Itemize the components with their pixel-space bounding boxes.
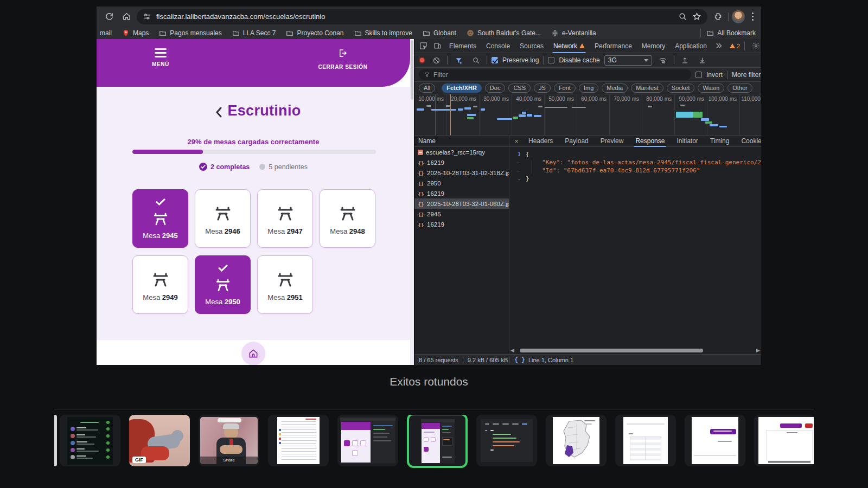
carousel-thumb-chat[interactable]	[60, 415, 120, 466]
request-row[interactable]: 2025-10-28T03-32-01-060Z.jpg	[414, 198, 509, 209]
format-braces-icon[interactable]: { }	[514, 356, 525, 363]
bookmark-item[interactable]: Pagos mensuales	[159, 29, 221, 37]
request-row[interactable]: 2945	[414, 209, 509, 219]
request-type-chip[interactable]: All	[419, 84, 435, 93]
scroll-left-icon[interactable]: ◀	[510, 347, 514, 354]
carousel-thumb-map[interactable]	[546, 415, 607, 466]
devtools-tab[interactable]: Application	[671, 39, 711, 53]
request-row[interactable]: 16219	[414, 188, 509, 198]
more-filters-button[interactable]: More filters	[732, 71, 761, 79]
export-har-icon[interactable]	[696, 54, 709, 66]
page-scrollbar[interactable]	[410, 39, 414, 365]
request-type-chip[interactable]: Fetch/XHR	[442, 84, 482, 93]
mesa-card[interactable]: Mesa 2945	[132, 189, 188, 248]
request-type-chip[interactable]: Media	[602, 84, 628, 93]
carousel-thumb-report-page[interactable]	[754, 415, 814, 466]
devtools-settings-icon[interactable]	[749, 40, 761, 52]
all-bookmarks[interactable]: All Bookmark	[706, 29, 756, 37]
request-row[interactable]: 16219	[414, 157, 509, 168]
issues-badge[interactable]: 2	[730, 43, 740, 49]
mesa-card[interactable]: Mesa 2951	[257, 255, 313, 314]
request-type-chip[interactable]: Font	[554, 84, 576, 93]
bookmark-item[interactable]: Skills to improve	[354, 29, 412, 37]
home-button[interactable]	[241, 342, 265, 365]
request-list-header[interactable]: Name	[414, 136, 509, 147]
scroll-right-icon[interactable]: ▶	[756, 347, 760, 354]
request-row[interactable]: 2025-10-28T03-31-02-318Z.jpg	[414, 168, 509, 178]
import-har-icon[interactable]	[679, 54, 692, 66]
network-conditions-icon[interactable]	[656, 54, 669, 66]
profile-avatar[interactable]	[732, 10, 745, 23]
request-row[interactable]: escuelas?_rsc=15rqy	[414, 147, 509, 157]
carousel-thumb-screenshot-1[interactable]	[337, 415, 398, 466]
request-type-chip[interactable]: JS	[534, 84, 551, 93]
fold-marker[interactable]: -	[509, 158, 526, 166]
fold-marker[interactable]: -	[509, 175, 526, 183]
invert-checkbox[interactable]	[695, 72, 702, 78]
devtools-tab[interactable]: Memory	[637, 39, 669, 53]
bookmark-item[interactable]: Maps	[122, 29, 149, 37]
carousel-thumb-banner-page[interactable]	[685, 415, 745, 466]
request-row[interactable]: 2950	[414, 178, 509, 188]
devtools-tab[interactable]: Performance	[590, 39, 636, 53]
request-type-chip[interactable]: Doc	[485, 84, 506, 93]
request-type-chip[interactable]: Other	[727, 84, 752, 93]
mesa-card[interactable]: Mesa 2950	[195, 255, 251, 314]
address-bar[interactable]: fiscalizar.lalibertadavanzacba.com/escue…	[137, 9, 707, 24]
detail-tab[interactable]: Cookies	[735, 136, 761, 147]
bookmark-item[interactable]: LLA Secc 7	[232, 29, 276, 37]
close-detail-icon[interactable]: ×	[510, 137, 522, 145]
inspect-element-icon[interactable]	[417, 40, 430, 52]
device-toolbar-icon[interactable]	[431, 40, 444, 52]
carousel-thumb-gif[interactable]: GIF	[129, 415, 190, 466]
detail-tab[interactable]: Payload	[559, 136, 594, 147]
horizontal-scrollbar[interactable]: ◀ ▶	[509, 347, 761, 354]
chrome-menu-icon[interactable]	[748, 12, 757, 21]
carousel-thumb-table[interactable]	[615, 415, 676, 466]
detail-tab[interactable]: Timing	[704, 136, 736, 147]
mesa-card[interactable]: Mesa 2946	[195, 189, 251, 248]
network-search-icon[interactable]	[469, 54, 482, 66]
detail-tab[interactable]: Headers	[522, 136, 559, 147]
detail-tab[interactable]: Response	[629, 136, 671, 147]
request-type-chip[interactable]: Img	[579, 84, 598, 93]
search-icon[interactable]	[678, 12, 688, 22]
mesa-card[interactable]: Mesa 2947	[257, 189, 313, 248]
filter-input[interactable]: Filter	[419, 69, 691, 80]
fold-marker[interactable]: -	[509, 166, 526, 175]
detail-tab[interactable]: Initiator	[671, 136, 704, 147]
request-type-chip[interactable]: Manifest	[631, 84, 663, 93]
devtools-tab[interactable]: Network	[549, 39, 589, 53]
response-body[interactable]: 1{ -"Key": "fotos-de-las-actas/mesa-2945…	[509, 147, 761, 347]
mesa-card[interactable]: Mesa 2949	[132, 255, 188, 314]
preserve-log-checkbox[interactable]	[492, 57, 498, 63]
request-type-chip[interactable]: CSS	[508, 84, 531, 93]
scrollbar-thumb[interactable]	[520, 349, 703, 352]
reload-icon[interactable]	[102, 10, 116, 24]
menu-button[interactable]: MENÚ	[144, 48, 177, 67]
devtools-tab[interactable]: Elements	[445, 39, 481, 53]
bookmark-item[interactable]: Globant	[423, 29, 456, 37]
site-settings-icon[interactable]	[142, 12, 152, 22]
carousel-thumb-document[interactable]	[268, 415, 329, 466]
request-type-chip[interactable]: Socket	[667, 84, 695, 93]
devtools-tab[interactable]: Sources	[515, 39, 548, 53]
carousel-thumb-partial[interactable]	[54, 415, 57, 466]
disable-cache-checkbox[interactable]	[548, 57, 554, 63]
record-network-icon[interactable]	[419, 57, 425, 63]
devtools-tab[interactable]: Console	[482, 39, 514, 53]
detail-tab[interactable]: Preview	[595, 136, 630, 147]
media-carousel[interactable]: GIF Share	[54, 415, 814, 472]
bookmark-item[interactable]: mail	[100, 29, 112, 37]
carousel-thumb-screenshot-current[interactable]	[407, 415, 468, 468]
network-overview-timeline[interactable]: 10,000 ms20,000 ms30,000 ms40,000 ms50,0…	[414, 94, 761, 136]
throttling-select[interactable]: 3G	[604, 55, 652, 66]
bookmark-item[interactable]: South Baldur's Gate...	[467, 29, 541, 37]
carousel-thumb-photo[interactable]: Share	[199, 415, 259, 466]
bookmark-item[interactable]: Proyecto Conan	[286, 29, 343, 37]
bookmark-star-icon[interactable]	[692, 12, 702, 22]
request-type-chip[interactable]: Wasm	[698, 84, 724, 93]
clear-network-icon[interactable]	[430, 54, 443, 66]
carousel-thumb-devtools-json[interactable]	[476, 415, 537, 466]
mesa-card[interactable]: Mesa 2948	[320, 189, 375, 248]
